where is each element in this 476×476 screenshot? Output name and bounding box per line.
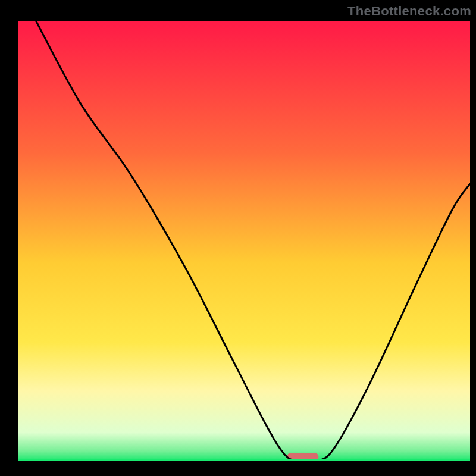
chart-container: TheBottleneck.com bbox=[0, 0, 476, 476]
frame-band-3 bbox=[470, 0, 476, 476]
frame-band-1 bbox=[0, 461, 476, 476]
bottleneck-chart bbox=[0, 0, 476, 476]
baseline-strip bbox=[18, 459, 470, 461]
frame-band-0 bbox=[0, 0, 476, 21]
plot-background-gradient bbox=[18, 21, 470, 461]
frame-band-2 bbox=[0, 0, 18, 476]
